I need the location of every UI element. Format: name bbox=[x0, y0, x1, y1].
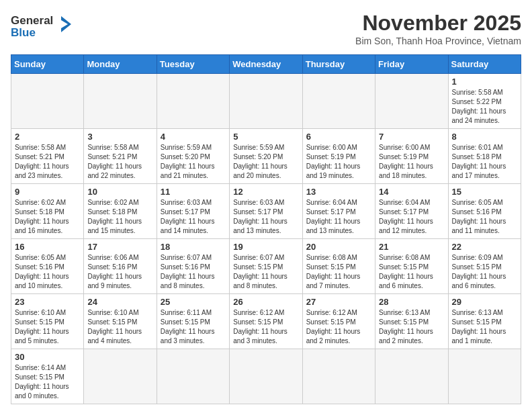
weekday-header-row: Sunday Monday Tuesday Wednesday Thursday… bbox=[11, 55, 521, 74]
day-23: 23 Sunrise: 6:10 AMSunset: 5:15 PMDaylig… bbox=[11, 294, 84, 349]
calendar-row-2: 2 Sunrise: 5:58 AMSunset: 5:21 PMDayligh… bbox=[11, 129, 521, 184]
sunrise-label: Sunrise: bbox=[452, 89, 477, 96]
empty-cell bbox=[157, 74, 229, 129]
day-10: 10 Sunrise: 6:02 AMSunset: 5:18 PMDaylig… bbox=[84, 184, 157, 239]
empty-cell bbox=[302, 74, 375, 129]
day-5: 5 Sunrise: 5:59 AMSunset: 5:20 PMDayligh… bbox=[230, 129, 302, 184]
day-12: 12 Sunrise: 6:03 AMSunset: 5:17 PMDaylig… bbox=[230, 184, 302, 239]
day-21: 21 Sunrise: 6:08 AMSunset: 5:15 PMDaylig… bbox=[375, 239, 448, 294]
header-thursday: Thursday bbox=[302, 55, 375, 74]
day-13: 13 Sunrise: 6:04 AMSunset: 5:17 PMDaylig… bbox=[302, 184, 375, 239]
svg-text:General: General bbox=[11, 14, 53, 27]
svg-text:Blue: Blue bbox=[11, 26, 36, 39]
empty-cell bbox=[230, 349, 302, 404]
calendar-row-4: 16 Sunrise: 6:05 AMSunset: 5:16 PMDaylig… bbox=[11, 239, 521, 294]
day-20: 20 Sunrise: 6:08 AMSunset: 5:15 PMDaylig… bbox=[302, 239, 375, 294]
empty-cell bbox=[230, 74, 302, 129]
page-header: General Blue November 2025 Bim Son, Than… bbox=[11, 11, 521, 46]
location-subtitle: Bim Son, Thanh Hoa Province, Vietnam bbox=[355, 36, 521, 46]
day-30: 30 Sunrise: 6:14 AMSunset: 5:15 PMDaylig… bbox=[11, 349, 84, 404]
day-8: 8 Sunrise: 6:01 AMSunset: 5:18 PMDayligh… bbox=[448, 129, 521, 184]
day-16: 16 Sunrise: 6:05 AMSunset: 5:16 PMDaylig… bbox=[11, 239, 84, 294]
calendar-row-1: 1 Sunrise: 5:58 AM Sunset: 5:22 PM Dayli… bbox=[11, 74, 521, 129]
day-25: 25 Sunrise: 6:11 AMSunset: 5:15 PMDaylig… bbox=[157, 294, 229, 349]
day-3: 3 Sunrise: 5:58 AMSunset: 5:21 PMDayligh… bbox=[84, 129, 157, 184]
day-1: 1 Sunrise: 5:58 AM Sunset: 5:22 PM Dayli… bbox=[448, 74, 521, 129]
header-friday: Friday bbox=[375, 55, 448, 74]
header-sunday: Sunday bbox=[11, 55, 84, 74]
empty-cell bbox=[375, 349, 448, 404]
day-6: 6 Sunrise: 6:00 AMSunset: 5:19 PMDayligh… bbox=[302, 129, 375, 184]
day-27: 27 Sunrise: 6:12 AMSunset: 5:15 PMDaylig… bbox=[302, 294, 375, 349]
day-29: 29 Sunrise: 6:13 AMSunset: 5:15 PMDaylig… bbox=[448, 294, 521, 349]
month-title: November 2025 bbox=[355, 11, 521, 36]
day-24: 24 Sunrise: 6:10 AMSunset: 5:15 PMDaylig… bbox=[84, 294, 157, 349]
day-22: 22 Sunrise: 6:09 AMSunset: 5:15 PMDaylig… bbox=[448, 239, 521, 294]
day-9: 9 Sunrise: 6:02 AMSunset: 5:18 PMDayligh… bbox=[11, 184, 84, 239]
calendar-table: Sunday Monday Tuesday Wednesday Thursday… bbox=[11, 54, 521, 404]
header-tuesday: Tuesday bbox=[157, 55, 229, 74]
calendar-row-3: 9 Sunrise: 6:02 AMSunset: 5:18 PMDayligh… bbox=[11, 184, 521, 239]
empty-cell bbox=[11, 74, 84, 129]
day-26: 26 Sunrise: 6:12 AMSunset: 5:15 PMDaylig… bbox=[230, 294, 302, 349]
empty-cell bbox=[302, 349, 375, 404]
empty-cell bbox=[448, 349, 521, 404]
header-monday: Monday bbox=[84, 55, 157, 74]
day-7: 7 Sunrise: 6:00 AMSunset: 5:19 PMDayligh… bbox=[375, 129, 448, 184]
header-wednesday: Wednesday bbox=[230, 55, 302, 74]
day-11: 11 Sunrise: 6:03 AMSunset: 5:17 PMDaylig… bbox=[157, 184, 229, 239]
day1-sunrise: 5:58 AM bbox=[478, 89, 503, 96]
day-15: 15 Sunrise: 6:05 AMSunset: 5:16 PMDaylig… bbox=[448, 184, 521, 239]
empty-cell bbox=[84, 74, 157, 129]
day1-sunset: 5:22 PM bbox=[476, 98, 501, 105]
empty-cell bbox=[375, 74, 448, 129]
empty-cell bbox=[84, 349, 157, 404]
calendar-row-5: 23 Sunrise: 6:10 AMSunset: 5:15 PMDaylig… bbox=[11, 294, 521, 349]
empty-cell bbox=[157, 349, 229, 404]
calendar-row-6: 30 Sunrise: 6:14 AMSunset: 5:15 PMDaylig… bbox=[11, 349, 521, 404]
logo: General Blue bbox=[11, 11, 71, 40]
logo-svg: General Blue bbox=[11, 11, 71, 40]
day-14: 14 Sunrise: 6:04 AMSunset: 5:17 PMDaylig… bbox=[375, 184, 448, 239]
day-2: 2 Sunrise: 5:58 AMSunset: 5:21 PMDayligh… bbox=[11, 129, 84, 184]
day-18: 18 Sunrise: 6:07 AMSunset: 5:16 PMDaylig… bbox=[157, 239, 229, 294]
sunset-label: Sunset: bbox=[452, 98, 475, 105]
header-saturday: Saturday bbox=[448, 55, 521, 74]
daylight-label: Daylight: bbox=[452, 107, 478, 115]
day-17: 17 Sunrise: 6:06 AMSunset: 5:16 PMDaylig… bbox=[84, 239, 157, 294]
day-4: 4 Sunrise: 5:59 AMSunset: 5:20 PMDayligh… bbox=[157, 129, 229, 184]
title-area: November 2025 Bim Son, Thanh Hoa Provinc… bbox=[355, 11, 521, 46]
day-19: 19 Sunrise: 6:07 AMSunset: 5:15 PMDaylig… bbox=[230, 239, 302, 294]
day-28: 28 Sunrise: 6:13 AMSunset: 5:15 PMDaylig… bbox=[375, 294, 448, 349]
